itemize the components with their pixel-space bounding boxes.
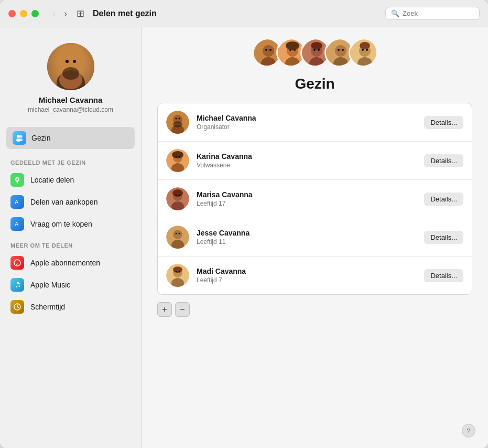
svg-point-23 [269, 49, 272, 51]
window-controls [8, 10, 39, 17]
sidebar-item-location[interactable]: Locatie delen [0, 169, 141, 191]
appstore2-icon-svg: A [14, 220, 21, 228]
member-avatar-img-5 [166, 264, 189, 287]
maximize-button[interactable] [31, 10, 39, 17]
member-role: Leeftijd 17 [197, 200, 424, 207]
forward-button[interactable]: › [61, 8, 70, 19]
apple-subs-label: Apple abonnementen [30, 259, 100, 267]
member-name: Madi Cavanna [197, 267, 424, 275]
svg-point-39 [338, 49, 340, 51]
svg-point-35 [311, 42, 322, 49]
details-button-madi[interactable]: Details... [424, 269, 463, 282]
member-info-marisa: Marisa Cavanna Leeftijd 17 [197, 190, 424, 207]
member-avatar-marisa [166, 187, 189, 210]
svg-point-74 [176, 271, 177, 273]
appstore-icon-svg: A [14, 198, 21, 206]
appstore2-icon: A [10, 217, 24, 231]
member-info-karina: Karina Cavanna Volwassene [197, 152, 424, 169]
svg-point-69 [179, 233, 180, 234]
sidebar-item-purchases[interactable]: A Delen van aankopen [0, 191, 141, 213]
app-window: ‹ › ⊞ Delen met gezin 🔍 [0, 0, 488, 448]
sidebar-item-apple-music[interactable]: Apple Music [0, 274, 141, 296]
window-title: Delen met gezin [93, 9, 385, 18]
remove-member-button[interactable]: − [175, 302, 190, 317]
member-avatar-karina [166, 149, 189, 172]
member-role: Leeftijd 11 [197, 238, 424, 246]
svg-point-75 [179, 271, 180, 273]
family-avatar-row [252, 38, 378, 67]
svg-line-18 [17, 307, 19, 308]
apple-music-label: Apple Music [30, 281, 70, 289]
purchases-label: Delen van aankopen [30, 198, 97, 206]
table-row: Madi Cavanna Leeftijd 7 Details... [158, 257, 472, 294]
sidebar-item-screen-time[interactable]: Schermtijd [0, 296, 141, 318]
svg-point-52 [179, 118, 180, 120]
member-role: Volwassene [197, 162, 424, 169]
svg-point-56 [172, 151, 183, 158]
svg-point-37 [335, 45, 346, 57]
profile-name: Michael Cavanna [39, 95, 103, 104]
section-label-more: MEER OM TE DELEN [0, 235, 141, 252]
table-row: Karina Cavanna Volwassene Details... [158, 142, 472, 180]
search-input[interactable] [403, 9, 471, 17]
back-button[interactable]: ‹ [49, 8, 59, 19]
family-icon-svg [15, 134, 24, 142]
member-info-madi: Madi Cavanna Leeftijd 7 [197, 267, 424, 284]
svg-point-20 [263, 45, 274, 57]
svg-point-51 [176, 118, 177, 120]
sidebar-item-apple-subs[interactable]: ♪ Apple abonnementen [0, 252, 141, 274]
main-content: Gezin [142, 27, 488, 448]
grid-view-button[interactable]: ⊞ [72, 7, 89, 20]
nav-arrows: ‹ › [49, 8, 70, 19]
member-avatar-svg-5 [350, 39, 378, 67]
titlebar: ‹ › ⊞ Delen met gezin 🔍 [0, 0, 488, 27]
family-avatar-5 [349, 38, 378, 67]
sidebar-item-gezin[interactable]: Gezin [6, 127, 135, 149]
svg-point-57 [176, 156, 177, 158]
details-button-marisa[interactable]: Details... [424, 193, 463, 206]
help-button[interactable]: ? [462, 424, 475, 438]
family-icon [13, 131, 26, 145]
list-actions: + − [157, 302, 190, 317]
screen-time-label: Schermtijd [30, 303, 65, 311]
svg-marker-10 [16, 180, 19, 184]
member-avatar-img-2 [166, 149, 189, 172]
apple-subs-icon: ♪ [10, 256, 24, 270]
table-row: Michael Cavanna Organisator Details... [158, 103, 472, 142]
details-button-jesse[interactable]: Details... [424, 231, 463, 244]
apple-music-icon [10, 278, 24, 292]
member-info-jesse: Jesse Cavanna Leeftijd 11 [197, 229, 424, 246]
svg-text:A: A [15, 199, 19, 205]
close-button[interactable] [8, 10, 16, 17]
svg-text:♪: ♪ [16, 261, 18, 266]
details-button-michael[interactable]: Details... [424, 116, 463, 129]
minimize-button[interactable] [20, 10, 27, 17]
svg-point-40 [342, 49, 344, 51]
user-avatar [47, 43, 94, 90]
profile-section: Michael Cavanna michael_cavanna@icloud.c… [0, 38, 141, 124]
details-button-karina[interactable]: Details... [424, 154, 463, 167]
svg-point-66 [173, 230, 182, 239]
location-label: Locatie delen [30, 176, 74, 184]
member-name: Michael Cavanna [197, 114, 424, 122]
location-icon-svg [14, 176, 21, 184]
svg-point-68 [176, 233, 177, 234]
svg-text:A: A [15, 221, 19, 227]
member-avatar-jesse [166, 226, 189, 249]
svg-point-11 [16, 178, 18, 180]
svg-point-50 [173, 121, 182, 127]
location-icon [10, 173, 24, 187]
svg-point-46 [360, 42, 370, 49]
avatar-illustration [47, 43, 94, 90]
add-member-button[interactable]: + [157, 302, 172, 317]
svg-point-22 [265, 49, 267, 51]
member-name: Jesse Cavanna [197, 229, 424, 237]
family-title: Gezin [295, 76, 334, 92]
member-avatar-img-3 [166, 187, 189, 210]
svg-point-64 [179, 195, 180, 196]
appstore-icon: A [10, 195, 24, 209]
svg-point-2 [62, 67, 79, 80]
member-role: Organisator [197, 123, 424, 131]
sidebar-item-ask-to-buy[interactable]: A Vraag om te kopen [0, 213, 141, 235]
member-name: Marisa Cavanna [197, 190, 424, 199]
